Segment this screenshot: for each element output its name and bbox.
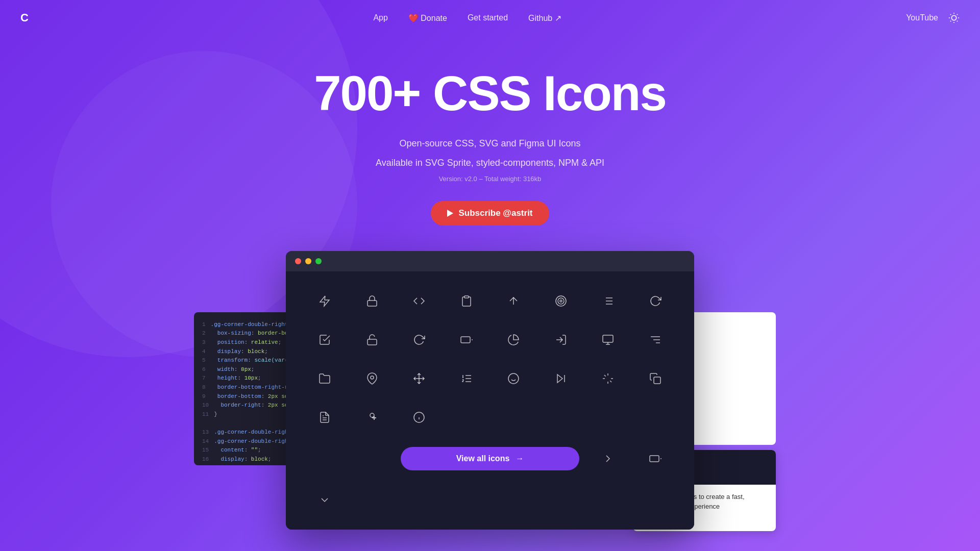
svg-point-14 [556, 296, 566, 306]
preview-wrapper: 1.gg-corner-double-right-up 2 box-sizing… [286, 251, 694, 530]
window-close-dot[interactable] [295, 258, 301, 264]
nav-center: App ❤️ Donate Get started Github ↗ [373, 13, 561, 23]
hero-subtitle1: Open-source CSS, SVG and Figma UI Icons [0, 136, 980, 152]
icon-g-plus[interactable] [354, 403, 391, 432]
svg-line-46 [604, 375, 606, 377]
svg-rect-11 [368, 300, 377, 306]
icon-monitor[interactable] [590, 325, 627, 354]
icon-list[interactable] [590, 287, 627, 315]
icon-loader[interactable] [590, 364, 627, 393]
svg-point-15 [558, 298, 564, 304]
nav-getstarted-link[interactable]: Get started [468, 13, 508, 22]
subscribe-label: Subscribe @astrit [458, 208, 532, 218]
svg-rect-56 [650, 456, 659, 462]
svg-rect-23 [368, 339, 377, 345]
view-all-label: View all icons [456, 454, 510, 463]
icon-file-text[interactable] [306, 403, 344, 432]
svg-rect-24 [461, 337, 470, 343]
icon-move[interactable] [401, 364, 438, 393]
icon-refresh[interactable] [637, 287, 674, 315]
icon-map-pin[interactable] [354, 364, 391, 393]
icon-clipboard[interactable] [448, 287, 485, 315]
svg-point-0 [951, 15, 956, 20]
icon-lock[interactable] [354, 287, 391, 315]
navbar: C App ❤️ Donate Get started Github ↗ You… [0, 0, 980, 36]
svg-line-47 [610, 381, 611, 382]
hero-section: 700+ CSS Icons Open-source CSS, SVG and … [0, 36, 980, 226]
window-maximize-dot[interactable] [315, 258, 322, 264]
svg-rect-27 [603, 335, 613, 342]
play-icon [447, 210, 453, 217]
svg-rect-12 [464, 296, 469, 298]
svg-line-4 [957, 21, 958, 21]
logo[interactable]: C [20, 11, 29, 24]
mac-window: View all icons → [286, 251, 694, 530]
svg-marker-42 [557, 374, 562, 383]
icon-skip-forward[interactable] [543, 364, 580, 393]
icons-grid: View all icons → [286, 271, 694, 530]
nav-app-link[interactable]: App [373, 13, 387, 22]
mac-titlebar [286, 251, 694, 271]
view-all-icons-button[interactable]: View all icons → [401, 447, 579, 470]
nav-right: YouTube [906, 12, 960, 23]
icon-target[interactable] [543, 287, 580, 315]
icon-check-square[interactable] [306, 325, 344, 354]
svg-rect-50 [654, 377, 660, 384]
nav-github-link[interactable]: Github ↗ [528, 13, 561, 23]
subscribe-button[interactable]: Subscribe @astrit [431, 201, 549, 226]
icon-unlock[interactable] [354, 325, 391, 354]
svg-line-8 [957, 14, 958, 15]
icon-battery[interactable] [448, 325, 485, 354]
window-minimize-dot[interactable] [305, 258, 311, 264]
icon-battery2[interactable] [637, 442, 674, 475]
svg-point-16 [560, 300, 562, 302]
icon-code[interactable] [401, 287, 438, 315]
svg-line-7 [950, 21, 951, 21]
icon-log-in[interactable] [543, 325, 580, 354]
preview-section: 1.gg-corner-double-right-up 2 box-sizing… [0, 251, 980, 530]
icon-info[interactable] [401, 403, 438, 432]
icon-copy[interactable] [637, 364, 674, 393]
svg-point-33 [371, 376, 374, 379]
icon-rotate-cw[interactable] [401, 325, 438, 354]
svg-point-39 [508, 373, 519, 384]
icon-share[interactable] [590, 442, 627, 475]
icon-bolt[interactable] [306, 287, 344, 315]
nav-youtube-link[interactable]: YouTube [906, 13, 938, 22]
nav-donate-link[interactable]: ❤️ Donate [408, 13, 447, 23]
svg-line-3 [950, 14, 951, 15]
view-all-arrow-icon: → [516, 454, 524, 463]
icon-menu[interactable] [637, 325, 674, 354]
hero-version: Version: v2.0 – Total weight: 316kb [0, 175, 980, 183]
hero-title: 700+ CSS Icons [0, 66, 980, 120]
icon-pie-chart[interactable] [495, 325, 532, 354]
icon-arrow-up[interactable] [495, 287, 532, 315]
icon-chevron-down[interactable] [306, 486, 344, 514]
icon-smile[interactable] [495, 364, 532, 393]
theme-toggle-icon[interactable] [948, 12, 960, 23]
hero-subtitle2: Available in SVG Sprite, styled-componen… [0, 155, 980, 171]
icon-list-ol[interactable] [448, 364, 485, 393]
icon-folder[interactable] [306, 364, 344, 393]
